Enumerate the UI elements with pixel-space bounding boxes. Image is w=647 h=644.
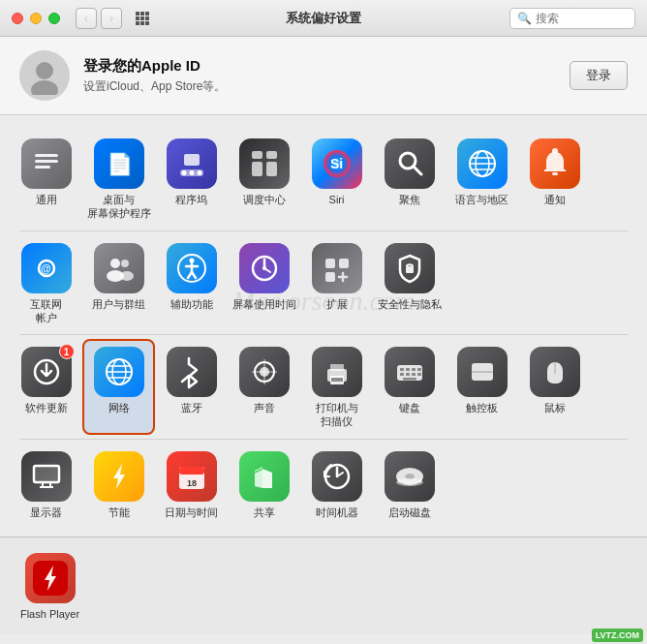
svg-point-31 xyxy=(120,271,134,281)
maximize-button[interactable] xyxy=(48,13,60,24)
pref-item-internet[interactable]: @ 互联网帐户 xyxy=(10,235,82,331)
main-content: 通用 📄 桌面与屏幕保护程序 程序坞 xyxy=(0,115,647,535)
pref-item-language[interactable]: 语言与地区 xyxy=(446,131,518,227)
startup-icon xyxy=(385,451,435,502)
search-input[interactable] xyxy=(536,12,628,25)
pref-item-users[interactable]: 用户与群组 xyxy=(82,235,155,331)
pref-item-notification[interactable]: 通知 xyxy=(518,131,591,227)
extension-symbol xyxy=(320,251,354,286)
startup-label: 启动磁盘 xyxy=(388,506,431,519)
svg-point-41 xyxy=(262,266,266,270)
trackpad-symbol xyxy=(465,354,500,389)
trackpad-label: 触控板 xyxy=(466,401,498,414)
printer-symbol xyxy=(320,354,354,389)
bluetooth-icon xyxy=(167,347,217,397)
title-bar: ‹ › 系统偏好设置 🔍 xyxy=(0,0,647,37)
svg-rect-80 xyxy=(179,467,204,475)
pref-item-timemachine[interactable]: 时间机器 xyxy=(300,444,373,525)
pref-item-printer[interactable]: 打印机与扫描仪 xyxy=(300,339,373,435)
close-button[interactable] xyxy=(12,13,23,24)
prefs-row-4: 显示器 节能 18 日期与时间 xyxy=(10,444,637,525)
svg-rect-66 xyxy=(406,373,410,376)
account-title: 登录您的Apple ID xyxy=(83,57,226,76)
siri-icon: Si xyxy=(312,138,362,189)
prefs-row-2: @ 互联网帐户 用户与群组 xyxy=(10,235,637,331)
pref-item-security[interactable]: 安全性与隐私 xyxy=(373,235,446,331)
svg-point-0 xyxy=(36,62,53,79)
pref-item-network[interactable]: 网络 xyxy=(82,339,155,435)
pref-item-dock[interactable]: 程序坞 xyxy=(155,131,228,227)
startup-symbol xyxy=(392,459,427,494)
update-symbol xyxy=(29,354,64,389)
section-sep-3 xyxy=(19,439,628,440)
pref-item-bluetooth[interactable]: 蓝牙 xyxy=(155,339,228,435)
pref-item-display[interactable]: 显示器 xyxy=(10,444,82,525)
display-symbol xyxy=(29,459,64,494)
svg-point-30 xyxy=(121,260,129,267)
pref-item-general[interactable]: 通用 xyxy=(10,131,82,227)
pref-item-trackpad[interactable]: 触控板 xyxy=(446,339,518,435)
pref-item-mission[interactable]: 调度中心 xyxy=(228,131,300,227)
section-sep-1 xyxy=(19,230,628,231)
keyboard-label: 键盘 xyxy=(399,401,420,414)
pref-item-sharing[interactable]: 共享 xyxy=(228,444,300,525)
grid-view-button[interactable] xyxy=(132,8,153,29)
spotlight-icon xyxy=(385,138,435,189)
network-icon xyxy=(94,347,144,397)
search-box[interactable]: 🔍 xyxy=(509,8,635,29)
svg-point-89 xyxy=(396,478,423,486)
mouse-label: 鼠标 xyxy=(544,401,566,414)
prefs-row-1: 通用 📄 桌面与屏幕保护程序 程序坞 xyxy=(10,131,637,227)
svg-rect-62 xyxy=(400,368,404,371)
svg-rect-44 xyxy=(325,272,335,282)
svg-rect-4 xyxy=(35,166,50,169)
security-symbol xyxy=(392,251,427,286)
pref-item-flash[interactable]: Flash Player xyxy=(14,545,86,627)
dock-symbol xyxy=(174,146,209,181)
pref-item-siri[interactable]: Si Siri xyxy=(300,131,373,227)
siri-symbol: Si xyxy=(320,146,354,181)
forward-button[interactable]: › xyxy=(101,8,122,29)
timemachine-icon xyxy=(312,451,362,502)
back-button[interactable]: ‹ xyxy=(76,8,97,29)
pref-item-spotlight[interactable]: 聚焦 xyxy=(373,131,446,227)
svg-rect-64 xyxy=(412,368,416,371)
svg-rect-68 xyxy=(417,368,421,371)
search-icon: 🔍 xyxy=(517,12,532,25)
svg-rect-63 xyxy=(406,368,410,371)
language-label: 语言与地区 xyxy=(455,193,508,206)
pref-item-mouse[interactable]: 鼠标 xyxy=(518,339,591,435)
pref-item-update[interactable]: 1 软件更新 xyxy=(10,339,82,435)
minimize-button[interactable] xyxy=(30,13,42,24)
pref-item-keyboard[interactable]: 键盘 xyxy=(373,339,446,435)
pref-item-energy[interactable]: 节能 xyxy=(82,444,155,525)
pref-item-startup[interactable]: 启动磁盘 xyxy=(373,444,446,525)
bluetooth-symbol xyxy=(174,354,209,389)
sharing-icon xyxy=(239,451,290,502)
pref-item-sound[interactable]: 声音 xyxy=(228,339,300,435)
general-label: 通用 xyxy=(36,193,57,206)
pref-item-date[interactable]: 18 日期与时间 xyxy=(155,444,228,525)
timemachine-label: 时间机器 xyxy=(316,506,358,519)
pref-item-screentime[interactable]: 屏幕使用时间 xyxy=(228,235,300,331)
pref-item-desktop[interactable]: 📄 桌面与屏幕保护程序 xyxy=(82,131,155,227)
energy-label: 节能 xyxy=(108,506,130,519)
pref-item-access[interactable]: 辅助功能 xyxy=(155,235,228,331)
pref-item-extension[interactable]: 扩展 xyxy=(300,235,373,331)
access-icon xyxy=(167,243,217,293)
date-icon: 18 xyxy=(167,451,217,502)
svg-rect-75 xyxy=(34,466,59,482)
network-symbol xyxy=(102,354,137,389)
keyboard-symbol xyxy=(392,354,427,389)
avatar xyxy=(19,50,70,101)
sound-icon xyxy=(239,347,290,397)
chevron-left-icon: ‹ xyxy=(84,11,88,25)
energy-symbol xyxy=(102,459,137,494)
svg-rect-14 xyxy=(266,162,277,176)
svg-text:📄: 📄 xyxy=(107,151,134,177)
svg-line-37 xyxy=(192,272,196,278)
users-icon xyxy=(94,243,144,293)
svg-rect-57 xyxy=(330,364,344,371)
date-symbol: 18 xyxy=(174,459,209,494)
login-button[interactable]: 登录 xyxy=(570,61,628,90)
